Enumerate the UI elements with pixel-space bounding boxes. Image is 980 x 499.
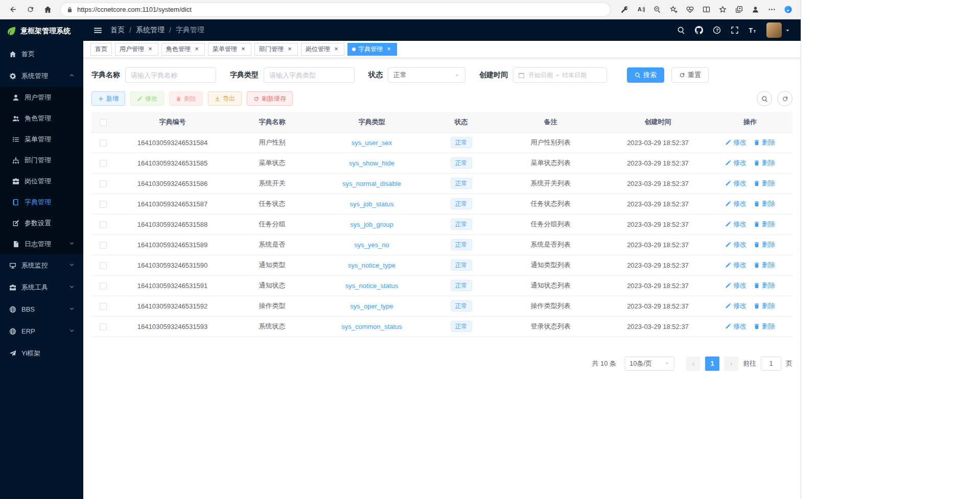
breadcrumb-item[interactable]: 系统管理 [136,26,165,35]
dict-type-link[interactable]: sys_show_hide [349,159,394,167]
edit-button[interactable]: 修改 [130,91,164,106]
row-checkbox[interactable] [100,323,107,330]
row-edit-button[interactable]: 修改 [725,322,746,331]
page-1-button[interactable]: 1 [705,357,719,371]
export-button[interactable]: 导出 [208,91,242,106]
dict-type-link[interactable]: sys_yes_no [354,241,389,249]
delete-button[interactable]: 删除 [169,91,203,106]
sidebar-item-log-mgmt[interactable]: 日志管理 [0,233,83,254]
favorite-add-icon[interactable] [666,3,681,17]
row-delete-button[interactable]: 删除 [754,220,775,229]
status-select[interactable]: 正常 [388,67,465,83]
tab-dict-mgmt[interactable]: 字典管理× [347,43,397,56]
row-delete-button[interactable]: 删除 [754,301,775,311]
sidebar-item-bbs[interactable]: BBS [0,298,83,320]
sidebar-item-menu-mgmt[interactable]: 菜单管理 [0,129,83,150]
tab-role-mgmt[interactable]: 角色管理× [161,43,205,56]
dict-type-link[interactable]: sys_job_status [350,200,394,208]
goto-page-input[interactable] [761,357,781,371]
tab-user-mgmt[interactable]: 用户管理× [115,43,158,56]
fullscreen-icon[interactable] [731,26,739,34]
profile-icon[interactable] [748,3,763,17]
dict-type-link[interactable]: sys_oper_type [350,302,393,310]
tab-close-icon[interactable]: × [240,46,247,53]
read-aloud-icon[interactable]: A [633,3,648,17]
sidebar-item-role-mgmt[interactable]: 角色管理 [0,108,83,129]
row-edit-button[interactable]: 修改 [725,260,746,270]
tab-close-icon[interactable]: × [286,46,293,53]
date-range-picker[interactable]: 开始日期 - 结束日期 [513,67,607,83]
tab-close-icon[interactable]: × [193,46,200,53]
sidebar-item-system-tools[interactable]: 系统工具 [0,276,83,298]
search-button[interactable]: 搜索 [627,67,664,83]
row-checkbox[interactable] [100,139,107,147]
row-checkbox[interactable] [100,221,107,228]
essentials-icon[interactable] [682,3,697,17]
tab-post-mgmt[interactable]: 岗位管理× [301,43,344,56]
row-edit-button[interactable]: 修改 [725,199,746,208]
back-icon[interactable] [5,3,20,17]
dict-type-link[interactable]: sys_normal_disable [342,180,401,187]
sidebar-item-post-mgmt[interactable]: 岗位管理 [0,171,83,192]
row-edit-button[interactable]: 修改 [725,138,746,147]
app-logo[interactable]: 意框架管理系统 [0,19,83,43]
row-edit-button[interactable]: 修改 [725,281,746,290]
hamburger-icon[interactable] [94,26,102,35]
reset-button[interactable]: 重置 [671,67,709,83]
sidebar-item-erp[interactable]: ERP [0,320,83,342]
dict-type-link[interactable]: sys_user_sex [352,139,392,147]
row-checkbox[interactable] [100,242,107,249]
toggle-search-button[interactable] [757,91,772,106]
tab-menu-mgmt[interactable]: 菜单管理× [208,43,251,56]
sidebar-item-param-settings[interactable]: 参数设置 [0,212,83,233]
row-checkbox[interactable] [100,180,107,187]
question-icon[interactable]: ? [713,26,721,34]
tab-close-icon[interactable]: × [385,46,392,53]
key-icon[interactable] [617,3,632,17]
row-delete-button[interactable]: 删除 [754,179,775,188]
bing-icon[interactable] [780,3,796,17]
refresh-icon[interactable] [22,3,38,17]
refresh-table-button[interactable] [777,91,792,106]
zoom-out-icon[interactable] [649,3,665,17]
row-edit-button[interactable]: 修改 [725,220,746,229]
row-delete-button[interactable]: 删除 [754,199,775,208]
row-edit-button[interactable]: 修改 [725,179,746,188]
dict-type-link[interactable]: sys_notice_type [348,262,395,269]
collections-icon[interactable] [731,3,746,17]
row-checkbox[interactable] [100,201,107,208]
row-checkbox[interactable] [100,303,107,310]
address-bar[interactable]: https://ccnetcore.com:1101/system/dict [60,3,611,17]
dict-name-input[interactable] [125,67,216,83]
row-delete-button[interactable]: 删除 [754,138,775,147]
row-edit-button[interactable]: 修改 [725,301,746,311]
sidebar-item-dict-mgmt[interactable]: 字典管理 [0,192,83,212]
add-button[interactable]: 新增 [91,91,125,106]
sidebar-item-dept-mgmt[interactable]: 部门管理 [0,150,83,171]
user-menu[interactable] [766,22,790,38]
row-delete-button[interactable]: 删除 [754,281,775,290]
next-page-button[interactable]: › [724,357,738,371]
row-edit-button[interactable]: 修改 [725,240,746,249]
favorites-bar-icon[interactable] [715,3,730,17]
tab-close-icon[interactable]: × [333,46,340,53]
font-size-icon[interactable]: TT [749,26,757,34]
row-delete-button[interactable]: 删除 [754,158,775,168]
github-icon[interactable] [695,26,703,34]
tab-dept-mgmt[interactable]: 部门管理× [254,43,298,56]
prev-page-button[interactable]: ‹ [686,357,701,371]
dict-type-link[interactable]: sys_job_group [350,221,393,228]
dict-type-link[interactable]: sys_common_status [341,323,402,330]
sidebar-item-yi-framework[interactable]: Yi框架 [0,342,83,364]
home-icon[interactable] [40,3,55,17]
tab-home[interactable]: 首页 [90,43,112,56]
row-delete-button[interactable]: 删除 [754,240,775,249]
select-all-checkbox[interactable] [100,119,107,126]
sidebar-item-system-monitor[interactable]: 系统监控 [0,254,83,276]
split-screen-icon[interactable] [698,3,714,17]
row-delete-button[interactable]: 删除 [754,322,775,331]
sidebar-item-home[interactable]: 首页 [0,43,83,65]
sidebar-item-user-mgmt[interactable]: 用户管理 [0,87,83,108]
dict-type-link[interactable]: sys_notice_status [345,282,398,290]
more-icon[interactable] [764,3,779,17]
